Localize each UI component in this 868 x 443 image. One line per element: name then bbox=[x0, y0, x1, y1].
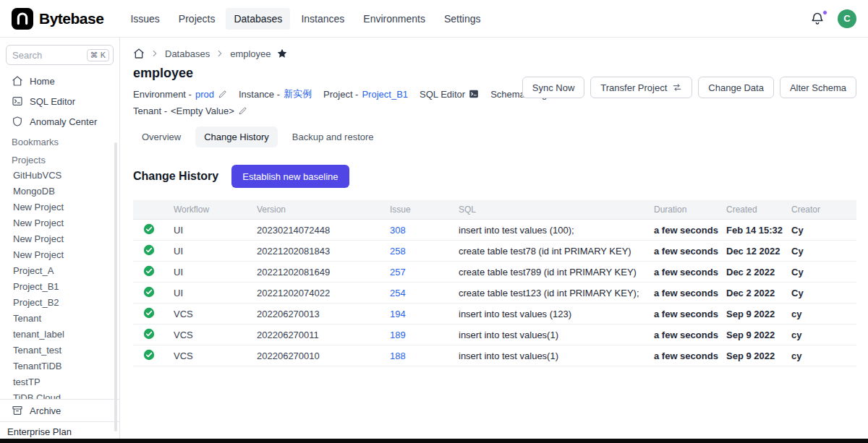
cell-sql: insert into test values (100); bbox=[459, 225, 654, 236]
sidebar-project-item[interactable]: Project_A bbox=[0, 263, 119, 279]
cell-created: Sep 9 2022 bbox=[726, 309, 791, 319]
sync-now-button[interactable]: Sync Now bbox=[522, 77, 585, 98]
project-link[interactable]: Project_B1 bbox=[362, 89, 408, 100]
instance-meta: Instance - 新实例 bbox=[239, 87, 312, 100]
bytebase-logo[interactable]: Bytebase bbox=[12, 8, 103, 30]
topnav-item-environments[interactable]: Environments bbox=[355, 8, 433, 30]
bytebase-logo-icon bbox=[12, 8, 33, 30]
alter-schema-button[interactable]: Alter Schema bbox=[780, 77, 856, 98]
table-row[interactable]: UI20221202081843258create table test78 (… bbox=[133, 241, 856, 262]
topnav-item-instances[interactable]: Instances bbox=[293, 8, 352, 30]
issue-link[interactable]: 194 bbox=[390, 309, 459, 319]
cell-duration: a few seconds bbox=[654, 246, 726, 257]
sidebar-project-item[interactable]: Project_B1 bbox=[0, 279, 119, 295]
search-input[interactable] bbox=[12, 50, 87, 61]
sidebar-project-item[interactable]: Tenant_test bbox=[0, 343, 119, 358]
sidebar-project-item[interactable]: Tenant bbox=[0, 311, 119, 327]
sidebar-project-item[interactable]: New Project bbox=[0, 231, 119, 247]
issue-link[interactable]: 257 bbox=[390, 267, 459, 278]
tab-bar: OverviewChange HistoryBackup and restore bbox=[133, 126, 856, 147]
edit-pencil-icon[interactable] bbox=[238, 106, 247, 116]
column-header-created: Created bbox=[726, 205, 791, 215]
issue-link[interactable]: 254 bbox=[390, 288, 459, 298]
breadcrumb-item-databases[interactable]: Databases bbox=[165, 48, 210, 59]
page-actions: Sync NowTransfer ProjectChange DataAlter… bbox=[522, 77, 856, 98]
tab-backup-and-restore[interactable]: Backup and restore bbox=[284, 126, 383, 147]
cell-created: Dec 12 2022 bbox=[726, 246, 791, 257]
sidebar-scrollbar[interactable] bbox=[114, 142, 117, 431]
sidebar: ⌘ K HomeSQL EditorAnomaly Center Bookmar… bbox=[0, 38, 120, 443]
tab-overview[interactable]: Overview bbox=[133, 126, 190, 147]
sidebar-project-item[interactable]: TiDB Cloud bbox=[0, 390, 119, 399]
environment-meta: Environment - prod bbox=[133, 89, 227, 100]
cell-created: Sep 9 2022 bbox=[726, 330, 791, 340]
column-header-duration: Duration bbox=[654, 205, 726, 215]
instance-link[interactable]: 新实例 bbox=[284, 87, 312, 100]
tenant-meta: Tenant - <Empty Value> bbox=[133, 106, 247, 116]
top-bar-right: C bbox=[810, 9, 856, 28]
status-cell bbox=[133, 265, 174, 279]
sidebar-project-item[interactable]: MongoDB bbox=[0, 184, 119, 199]
cell-version: 20221202081649 bbox=[257, 267, 390, 278]
tab-change-history[interactable]: Change History bbox=[195, 126, 278, 147]
notifications-button[interactable] bbox=[810, 11, 826, 27]
project-meta: Project - Project_B1 bbox=[323, 89, 408, 100]
bookmarks-section-label: Bookmarks bbox=[0, 132, 119, 150]
cell-workflow: UI bbox=[174, 225, 257, 236]
avatar[interactable]: C bbox=[838, 9, 856, 28]
environment-label: Environment - bbox=[133, 89, 192, 100]
sidebar-project-item[interactable]: testTP bbox=[0, 374, 119, 390]
topnav-item-projects[interactable]: Projects bbox=[171, 8, 224, 30]
establish-baseline-button[interactable]: Establish new baseline bbox=[231, 165, 349, 188]
topnav-item-databases[interactable]: Databases bbox=[226, 8, 290, 30]
transfer-project-button[interactable]: Transfer Project bbox=[590, 77, 692, 98]
button-label: Change Data bbox=[708, 82, 764, 93]
sidebar-project-item[interactable]: Project_B2 bbox=[0, 295, 119, 311]
status-cell bbox=[133, 349, 174, 363]
table-row[interactable]: UI20221202081649257create table test789 … bbox=[133, 262, 856, 283]
sidebar-item-sql-editor[interactable]: SQL Editor bbox=[0, 91, 119, 111]
cell-workflow: VCS bbox=[174, 330, 257, 340]
cell-sql: create table test123 (id int PRIMARY KEY… bbox=[459, 288, 654, 298]
issue-link[interactable]: 308 bbox=[390, 225, 459, 236]
sidebar-project-item[interactable]: TenantTiDB bbox=[0, 358, 119, 374]
sidebar-item-label: Home bbox=[30, 76, 55, 87]
check-circle-icon bbox=[143, 307, 155, 319]
check-circle-icon bbox=[143, 223, 155, 235]
sidebar-project-item[interactable]: New Project bbox=[0, 247, 119, 263]
table-row[interactable]: UI20230214072448308insert into test valu… bbox=[133, 220, 856, 241]
check-circle-icon bbox=[143, 286, 155, 298]
button-label: Sync Now bbox=[532, 82, 575, 93]
table-row[interactable]: VCS202206270010188insert into test value… bbox=[133, 345, 856, 366]
table-row[interactable]: UI20221202074022254create table test123 … bbox=[133, 283, 856, 304]
issue-link[interactable]: 258 bbox=[390, 246, 459, 257]
environment-link[interactable]: prod bbox=[195, 89, 214, 100]
issue-link[interactable]: 189 bbox=[390, 330, 459, 340]
status-cell bbox=[133, 286, 174, 300]
instance-label: Instance - bbox=[239, 89, 280, 100]
topnav-item-settings[interactable]: Settings bbox=[436, 8, 489, 30]
sidebar-project-item[interactable]: tenant_label bbox=[0, 327, 119, 343]
sidebar-item-anomaly-center[interactable]: Anomaly Center bbox=[0, 111, 119, 132]
sidebar-project-item[interactable]: New Project bbox=[0, 215, 119, 231]
bookmark-star-icon[interactable] bbox=[276, 48, 288, 59]
table-row[interactable]: VCS202206270013194insert into test value… bbox=[133, 304, 856, 324]
sidebar-item-archive[interactable]: Archive bbox=[0, 400, 119, 421]
cell-creator: cy bbox=[791, 330, 856, 340]
sidebar-project-item[interactable]: GitHubVCS bbox=[0, 168, 119, 184]
sidebar-item-home[interactable]: Home bbox=[0, 71, 119, 91]
topnav-item-issues[interactable]: Issues bbox=[122, 8, 167, 30]
home-icon[interactable] bbox=[133, 48, 145, 59]
project-list: GitHubVCSMongoDBNew ProjectNew ProjectNe… bbox=[0, 168, 119, 399]
table-row[interactable]: VCS202206270011189insert into test value… bbox=[133, 324, 856, 345]
cell-creator: Cy bbox=[791, 288, 856, 298]
issue-link[interactable]: 188 bbox=[390, 350, 459, 361]
sidebar-project-item[interactable]: New Project bbox=[0, 199, 119, 215]
edit-pencil-icon[interactable] bbox=[218, 90, 227, 99]
breadcrumb-item-employee[interactable]: employee bbox=[230, 48, 271, 59]
change-data-button[interactable]: Change Data bbox=[698, 77, 774, 98]
sql-editor-link[interactable]: SQL Editor bbox=[420, 89, 479, 100]
notification-dot bbox=[822, 10, 827, 15]
cell-workflow: UI bbox=[174, 288, 257, 298]
search-box[interactable]: ⌘ K bbox=[6, 45, 114, 65]
